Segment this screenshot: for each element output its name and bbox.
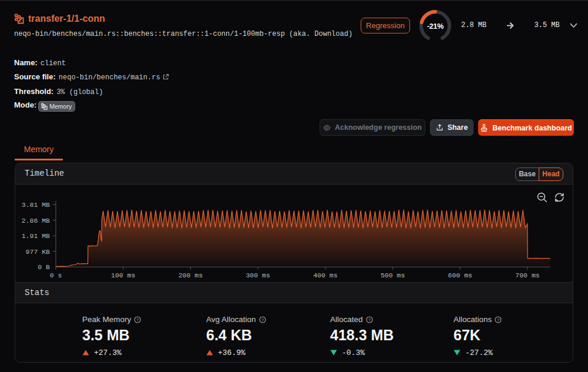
svg-text:600 ms: 600 ms	[448, 272, 472, 279]
svg-text:977 KB: 977 KB	[26, 248, 51, 256]
svg-text:?: ?	[261, 317, 263, 323]
svg-text:?: ?	[136, 317, 139, 323]
svg-text:2.86 MB: 2.86 MB	[22, 217, 50, 224]
svg-text:?: ?	[368, 317, 370, 323]
svg-text:300 ms: 300 ms	[246, 272, 270, 279]
svg-text:0 B: 0 B	[38, 263, 50, 271]
svg-text:1.91 MB: 1.91 MB	[22, 232, 50, 240]
svg-text:100 ms: 100 ms	[111, 272, 135, 279]
svg-text:200 ms: 200 ms	[179, 272, 203, 279]
svg-text:?: ?	[497, 317, 499, 323]
svg-text:400 ms: 400 ms	[313, 272, 337, 279]
svg-text:3.81 MB: 3.81 MB	[22, 201, 50, 209]
svg-text:500 ms: 500 ms	[381, 272, 405, 279]
svg-text:0 s: 0 s	[50, 272, 62, 279]
svg-text:700 ms: 700 ms	[515, 272, 539, 279]
